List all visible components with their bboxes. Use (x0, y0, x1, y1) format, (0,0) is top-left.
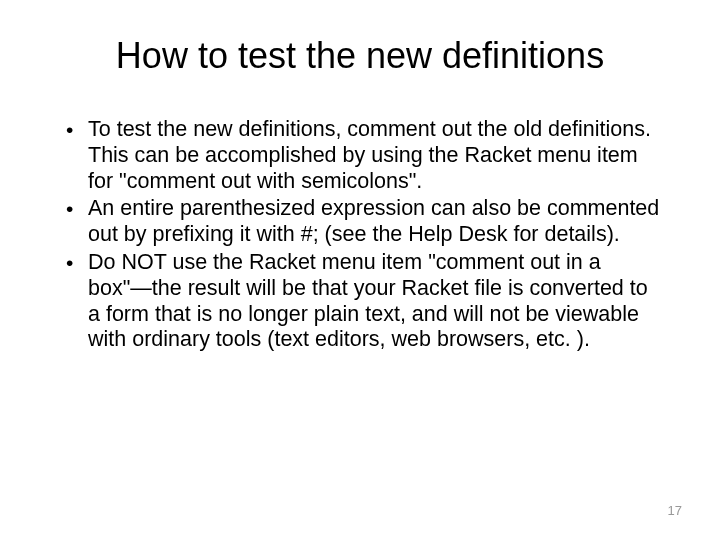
slide-container: How to test the new definitions To test … (0, 0, 720, 540)
slide-title: How to test the new definitions (60, 35, 660, 77)
bullet-item: Do NOT use the Racket menu item "comment… (60, 250, 660, 353)
page-number: 17 (668, 503, 682, 518)
bullet-item: To test the new definitions, comment out… (60, 117, 660, 194)
bullet-list: To test the new definitions, comment out… (60, 117, 660, 353)
bullet-item: An entire parenthesized expression can a… (60, 196, 660, 248)
